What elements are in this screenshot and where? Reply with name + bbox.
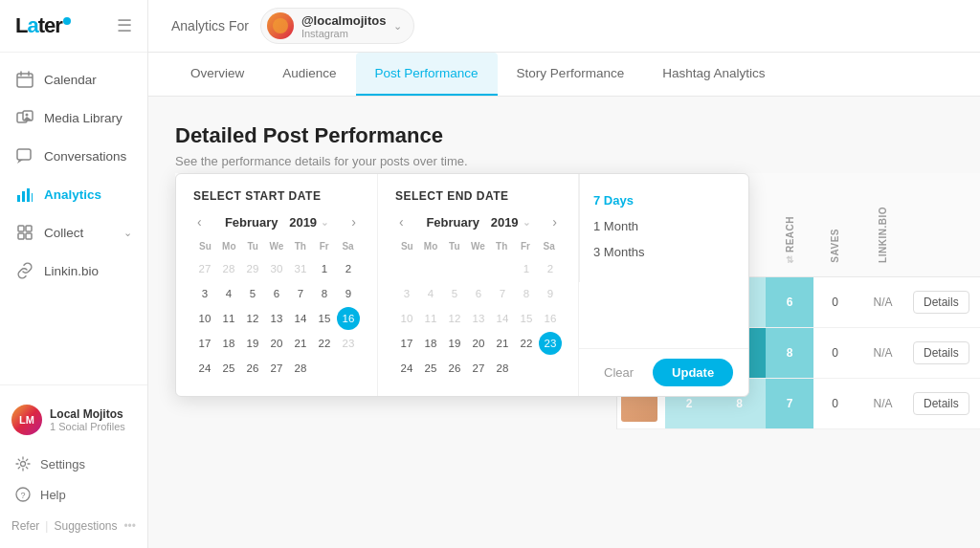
end-day-22[interactable]: 22	[515, 332, 538, 355]
tab-post-performance[interactable]: Post Performance	[356, 53, 498, 96]
start-day-2[interactable]: 2	[337, 257, 360, 280]
tab-story-performance[interactable]: Story Performance	[498, 53, 644, 96]
start-day-26[interactable]: 26	[241, 357, 264, 380]
row3-linkinbio: N/A	[857, 397, 909, 410]
start-day-4[interactable]: 4	[217, 282, 240, 305]
start-month-year: February 2019 ⌄	[225, 215, 328, 230]
svg-rect-11	[22, 191, 25, 202]
start-day-14[interactable]: 14	[289, 307, 312, 330]
start-next-btn[interactable]: ›	[347, 212, 360, 231]
start-day-19[interactable]: 19	[241, 332, 264, 355]
sidebar-item-linkinbio[interactable]: Linkin.bio	[0, 252, 147, 290]
start-day-8[interactable]: 8	[313, 282, 336, 305]
end-day-12[interactable]: 12	[443, 307, 466, 330]
sidebar-item-settings[interactable]: Settings	[0, 449, 147, 479]
end-prev-btn[interactable]: ‹	[395, 212, 408, 231]
end-day-25[interactable]: 25	[419, 357, 442, 380]
start-day-27[interactable]: 27	[265, 357, 288, 380]
start-day-30prev[interactable]: 30	[265, 257, 288, 280]
start-day-11[interactable]: 11	[217, 307, 240, 330]
hamburger-icon[interactable]: ☰	[117, 15, 132, 36]
start-day-18[interactable]: 18	[217, 332, 240, 355]
start-day-1[interactable]: 1	[313, 257, 336, 280]
start-day-9[interactable]: 9	[337, 282, 360, 305]
tab-hashtag-analytics[interactable]: Hashtag Analytics	[643, 53, 784, 96]
sidebar-item-collect[interactable]: Collect ⌄	[0, 213, 147, 252]
account-type: Instagram	[301, 28, 387, 39]
end-day-20[interactable]: 20	[467, 332, 490, 355]
end-day-4[interactable]: 4	[419, 282, 442, 305]
end-day-10[interactable]: 10	[395, 307, 418, 330]
more-icon[interactable]: •••	[123, 519, 136, 533]
sidebar-item-calendar[interactable]: Calendar	[0, 60, 147, 99]
start-day-17[interactable]: 17	[193, 332, 216, 355]
end-day-28[interactable]: 28	[491, 357, 514, 380]
details-button-row1[interactable]: Details	[913, 291, 969, 314]
end-day-16[interactable]: 16	[539, 307, 562, 330]
end-day-8[interactable]: 8	[515, 282, 538, 305]
end-day-3[interactable]: 3	[395, 282, 418, 305]
end-day-17[interactable]: 17	[395, 332, 418, 355]
quick-7days[interactable]: 7 Days	[593, 189, 735, 211]
end-day-21[interactable]: 21	[491, 332, 514, 355]
start-day-31prev[interactable]: 31	[289, 257, 312, 280]
start-day-7[interactable]: 7	[289, 282, 312, 305]
end-day-18[interactable]: 18	[419, 332, 442, 355]
end-day-13[interactable]: 13	[467, 307, 490, 330]
sidebar-item-media-library[interactable]: Media Library	[0, 99, 147, 137]
refer-label[interactable]: Refer	[11, 519, 39, 533]
quick-1month[interactable]: 1 Month	[593, 215, 735, 237]
start-day-20[interactable]: 20	[265, 332, 288, 355]
end-day-15[interactable]: 15	[515, 307, 538, 330]
details-button-row3[interactable]: Details	[913, 392, 969, 415]
end-day-1[interactable]: 1	[515, 257, 538, 280]
start-prev-btn[interactable]: ‹	[193, 212, 206, 231]
start-day-5[interactable]: 5	[241, 282, 264, 305]
start-day-28[interactable]: 28	[289, 357, 312, 380]
end-day-11[interactable]: 11	[419, 307, 442, 330]
start-day-12[interactable]: 12	[241, 307, 264, 330]
start-day-10[interactable]: 10	[193, 307, 216, 330]
end-next-btn[interactable]: ›	[548, 212, 561, 231]
end-day-24[interactable]: 24	[395, 357, 418, 380]
start-day-22[interactable]: 22	[313, 332, 336, 355]
user-profile[interactable]: LM Local Mojitos 1 Social Profiles	[0, 395, 147, 445]
start-day-3[interactable]: 3	[193, 282, 216, 305]
end-day-19[interactable]: 19	[443, 332, 466, 355]
sidebar-item-analytics[interactable]: Analytics	[0, 175, 147, 213]
start-day-21[interactable]: 21	[289, 332, 312, 355]
row1-reach: 6	[766, 277, 813, 327]
quick-3months[interactable]: 3 Months	[593, 241, 735, 263]
start-day-16[interactable]: 16	[337, 307, 360, 330]
tab-audience[interactable]: Audience	[263, 53, 355, 96]
end-day-9[interactable]: 9	[539, 282, 562, 305]
tab-overview[interactable]: Overview	[171, 53, 263, 96]
svg-text:?: ?	[20, 491, 25, 500]
row1-saves: 0	[813, 296, 857, 309]
end-day-14[interactable]: 14	[491, 307, 514, 330]
start-day-13[interactable]: 13	[265, 307, 288, 330]
suggestions-label[interactable]: Suggestions	[54, 519, 117, 533]
end-day-2[interactable]: 2	[539, 257, 562, 280]
start-day-29prev[interactable]: 29	[241, 257, 264, 280]
end-day-26[interactable]: 26	[443, 357, 466, 380]
start-day-25[interactable]: 25	[217, 357, 240, 380]
account-selector[interactable]: @localmojitos Instagram ⌄	[260, 8, 415, 44]
start-day-6[interactable]: 6	[265, 282, 288, 305]
start-day-24[interactable]: 24	[193, 357, 216, 380]
start-day-23[interactable]: 23	[337, 332, 360, 355]
clear-button[interactable]: Clear	[594, 360, 643, 385]
sort-reach-icon[interactable]: ⇅	[766, 254, 813, 265]
end-day-27[interactable]: 27	[467, 357, 490, 380]
details-button-row2[interactable]: Details	[913, 341, 969, 364]
update-button[interactable]: Update	[653, 359, 733, 386]
sidebar-item-help[interactable]: ? Help	[0, 479, 147, 510]
start-day-15[interactable]: 15	[313, 307, 336, 330]
start-day-28prev[interactable]: 28	[217, 257, 240, 280]
end-day-6[interactable]: 6	[467, 282, 490, 305]
end-day-23[interactable]: 23	[539, 332, 562, 355]
start-day-27prev[interactable]: 27	[193, 257, 216, 280]
end-day-7[interactable]: 7	[491, 282, 514, 305]
end-day-5[interactable]: 5	[443, 282, 466, 305]
sidebar-item-conversations[interactable]: Conversations	[0, 137, 147, 175]
